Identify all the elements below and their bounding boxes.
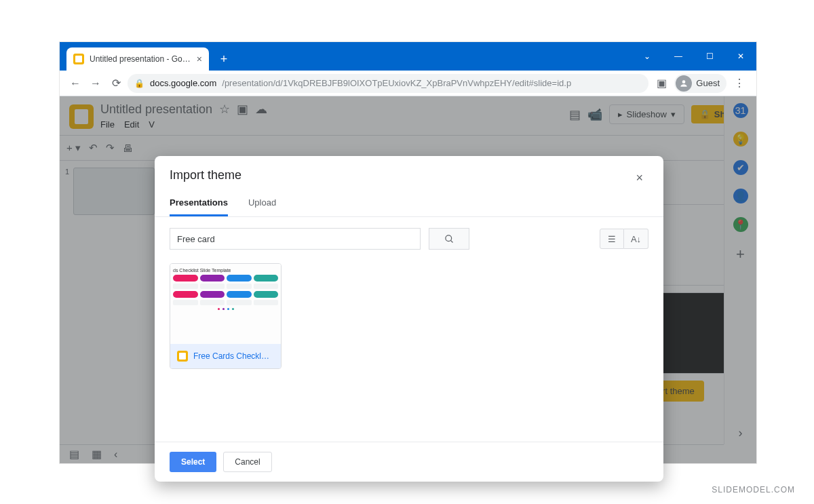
placeholder-line [227, 284, 252, 289]
chip-icon [173, 291, 198, 298]
svg-point-0 [682, 80, 686, 83]
dialog-footer: Select Cancel [155, 442, 663, 482]
placeholder-line [200, 300, 225, 305]
card-preview: ds Checklist Slide Template [170, 264, 281, 344]
cancel-button[interactable]: Cancel [223, 452, 271, 472]
url-input[interactable]: 🔒 docs.google.com/presentation/d/1VkqDRE… [128, 74, 648, 93]
dialog-title: Import theme [170, 168, 241, 182]
avatar-icon [676, 75, 692, 92]
window-controls: ⌄ ― ☐ ✕ [632, 42, 756, 71]
watermark: SLIDEMODEL.COM [712, 485, 795, 495]
browser-addressbar: ← → ⟳ 🔒 docs.google.com/presentation/d/1… [60, 71, 756, 96]
lock-icon: 🔒 [134, 79, 144, 88]
browser-menu-icon[interactable]: ⋮ [729, 77, 750, 90]
sort-toggle[interactable]: A↓ [624, 229, 648, 249]
chip-icon [200, 275, 225, 282]
legend-dot-icon [218, 308, 220, 310]
placeholder-line [254, 284, 279, 289]
chip-icon [227, 291, 252, 298]
tab-close-icon[interactable]: × [197, 54, 202, 64]
search-button[interactable] [429, 228, 469, 250]
browser-window: Untitled presentation - Google Sl × + ⌄ … [60, 42, 756, 463]
import-theme-dialog: Import theme × Presentations Upload ☰ A↓ [155, 156, 663, 482]
chip-icon [227, 275, 252, 282]
legend-dot-icon [232, 308, 234, 310]
new-tab-button[interactable]: + [214, 50, 233, 69]
chip-icon [173, 275, 198, 282]
placeholder-line [254, 300, 279, 305]
nav-forward-icon[interactable]: → [87, 75, 104, 92]
svg-point-1 [445, 235, 451, 241]
window-minimize-icon[interactable]: ― [663, 42, 694, 71]
placeholder-line [227, 300, 252, 305]
tab-title: Untitled presentation - Google Sl [90, 54, 191, 64]
placeholder-line [173, 284, 198, 289]
window-maximize-icon[interactable]: ☐ [694, 42, 725, 71]
slides-app: Untitled presentation ☆ ▣ ☁ File Edit V … [60, 96, 756, 463]
dialog-close-icon[interactable]: × [630, 168, 648, 188]
placeholder-line [200, 284, 225, 289]
chip-icon [254, 291, 279, 298]
profile-label: Guest [696, 78, 720, 88]
window-close-icon[interactable]: ✕ [725, 42, 756, 71]
slides-favicon-icon [73, 54, 84, 64]
search-icon [444, 234, 454, 244]
select-button[interactable]: Select [170, 452, 216, 472]
profile-chip[interactable]: Guest [674, 74, 726, 93]
nav-back-icon[interactable]: ← [66, 75, 84, 92]
nav-reload-icon[interactable]: ⟳ [107, 75, 125, 92]
window-dropdown-icon[interactable]: ⌄ [632, 42, 663, 71]
search-input[interactable] [170, 228, 421, 250]
presentation-result-card[interactable]: ds Checklist Slide Template [170, 263, 282, 369]
chip-icon [200, 291, 225, 298]
url-path: /presentation/d/1VkqDREBJFB9lOIXOTpEUxio… [222, 78, 571, 88]
chip-icon [254, 275, 279, 282]
slides-file-icon [177, 351, 188, 362]
result-name: Free Cards Checkl… [193, 351, 269, 361]
tab-presentations[interactable]: Presentations [170, 197, 228, 216]
dialog-results: ds Checklist Slide Template [155, 260, 663, 442]
extensions-icon[interactable]: ▣ [651, 77, 672, 90]
browser-tab[interactable]: Untitled presentation - Google Sl × [66, 47, 209, 71]
dialog-tabs: Presentations Upload [155, 188, 663, 217]
svg-line-2 [450, 240, 452, 242]
url-host: docs.google.com [150, 78, 216, 88]
tab-upload[interactable]: Upload [248, 197, 276, 216]
legend-dot-icon [222, 308, 225, 310]
legend-dot-icon [227, 308, 229, 310]
list-view-toggle[interactable]: ☰ [600, 229, 624, 249]
placeholder-line [173, 300, 198, 305]
browser-titlebar: Untitled presentation - Google Sl × + ⌄ … [60, 42, 756, 71]
